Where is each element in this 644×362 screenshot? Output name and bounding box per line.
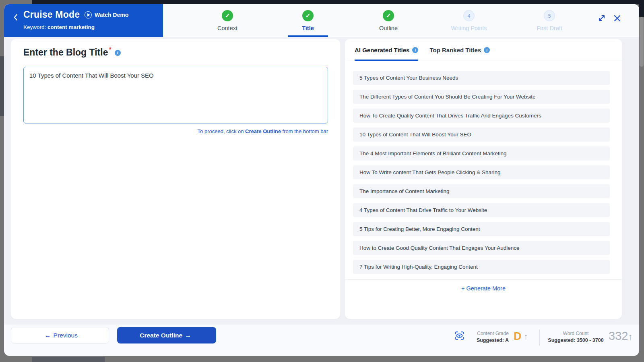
- content-grade-value: D: [514, 330, 522, 343]
- suggested-title-row[interactable]: The Different Types of Content You Shoul…: [353, 90, 610, 104]
- check-icon: ✓: [383, 10, 394, 21]
- bottom-bar: ←Previous Create Outline→ Content Grade …: [4, 325, 639, 356]
- step-label: Title: [302, 25, 314, 31]
- right-arrow-icon: →: [185, 332, 191, 339]
- stepper-step-title[interactable]: ✓ Title: [268, 4, 348, 37]
- word-count-up-arrow-icon: ↑: [628, 331, 633, 342]
- close-icon: [613, 14, 621, 22]
- expand-button[interactable]: [597, 14, 606, 23]
- chevron-left-icon: [13, 14, 18, 21]
- generate-more-button[interactable]: + Generate More: [345, 285, 622, 292]
- step-label: First Draft: [537, 25, 562, 31]
- modal-header: Cruise Mode Watch Demo Keyword: content …: [4, 4, 639, 37]
- content-grade-suggested: Suggested: A: [467, 337, 509, 343]
- previous-button[interactable]: ←Previous: [11, 327, 109, 343]
- required-marker: *: [109, 46, 111, 53]
- suggested-title-row[interactable]: 7 Tips for Writing High-Quality, Engagin…: [353, 260, 610, 274]
- step-label: Outline: [379, 25, 398, 31]
- suggested-title-row[interactable]: 4 Types of Content That Drive Traffic to…: [353, 203, 610, 217]
- dimmed-page-left-edge: [0, 56, 4, 116]
- stepper-step-first-draft[interactable]: 5 First Draft: [509, 4, 590, 37]
- stepper-step-writing-points[interactable]: 4 Writing Points: [429, 4, 509, 37]
- suggested-title-row[interactable]: How to Create Good Quality Content That …: [353, 241, 610, 255]
- left-arrow-icon: ←: [45, 332, 51, 339]
- previous-label: Previous: [54, 332, 78, 339]
- step-label: Writing Points: [451, 25, 487, 31]
- back-button[interactable]: [11, 13, 20, 22]
- grade-up-arrow-icon: ↑: [524, 332, 528, 341]
- list-divider: [345, 279, 622, 280]
- step-number-badge: 5: [544, 10, 555, 21]
- tab-label: Top Ranked Titles: [429, 47, 481, 53]
- header-actions: [597, 14, 621, 23]
- helper-prefix: To proceed, click on: [198, 128, 246, 134]
- close-button[interactable]: [613, 14, 621, 23]
- step-label: Context: [217, 25, 237, 31]
- blog-title-panel: Enter the Blog Title*i 10 Types of Conte…: [11, 39, 340, 319]
- tab-top-ranked-titles[interactable]: Top Ranked Titles i: [429, 39, 490, 61]
- stepper-step-context[interactable]: ✓ Context: [187, 4, 268, 37]
- suggested-title-row[interactable]: The 4 Most Important Elements of Brillia…: [353, 146, 610, 160]
- suggested-title-row[interactable]: 5 Types of Content Your Business Needs: [353, 71, 610, 85]
- keyword-label: Keyword:: [23, 24, 46, 30]
- info-icon[interactable]: i: [115, 50, 121, 56]
- suggested-title-row[interactable]: How To Create Quality Content That Drive…: [353, 109, 610, 123]
- titles-tabs: AI Generated Titles i Top Ranked Titles …: [345, 39, 622, 61]
- dimmed-page-bottom-edge: [32, 357, 105, 362]
- helper-suffix: from the bottom bar: [281, 128, 328, 134]
- step-number-badge: 4: [463, 10, 475, 21]
- page-scrollbar-thumb[interactable]: [640, 17, 644, 67]
- play-icon: [85, 11, 92, 19]
- tab-ai-generated-titles[interactable]: AI Generated Titles i: [355, 39, 418, 61]
- stepper: ✓ Context ✓ Title ✓ Outline 4 Writing Po…: [187, 4, 590, 37]
- cruise-mode-modal: Cruise Mode Watch Demo Keyword: content …: [4, 4, 639, 356]
- check-icon: ✓: [222, 10, 233, 21]
- info-icon[interactable]: i: [484, 47, 490, 53]
- suggested-title-row[interactable]: How To Write content That Gets People Cl…: [353, 165, 610, 179]
- word-count-value: 332↑: [609, 329, 633, 343]
- word-count-block: Word Count Suggested: 3500 - 3700: [547, 331, 605, 343]
- info-icon[interactable]: i: [412, 47, 418, 53]
- content-grade-label: Content Grade: [467, 331, 509, 336]
- eye-scan-icon: [454, 330, 465, 341]
- proceed-helper-text: To proceed, click on Create Outline from…: [23, 128, 328, 134]
- stepper-step-outline[interactable]: ✓ Outline: [348, 4, 429, 37]
- create-outline-button[interactable]: Create Outline→: [117, 327, 216, 343]
- keyword-value: content marketing: [47, 24, 95, 30]
- blog-title-heading-text: Enter the Blog Title: [23, 47, 108, 58]
- blog-title-heading: Enter the Blog Title*i: [23, 46, 121, 58]
- modal-title: Cruise Mode: [23, 9, 80, 20]
- check-icon: ✓: [302, 10, 314, 21]
- word-count-suggested: Suggested: 3500 - 3700: [547, 337, 605, 343]
- footer-divider: [539, 329, 540, 346]
- titles-suggestions-panel: AI Generated Titles i Top Ranked Titles …: [345, 39, 622, 319]
- blog-title-input[interactable]: 10 Types of Content That Will Boost Your…: [23, 67, 328, 123]
- suggested-title-row[interactable]: 5 Tips for Creating Better, More Engagin…: [353, 222, 610, 236]
- helper-bold: Create Outline: [245, 128, 281, 134]
- word-count-number: 332: [609, 329, 628, 342]
- expand-icon: [598, 14, 606, 22]
- watch-demo-label: Watch Demo: [95, 12, 128, 18]
- watch-demo-button[interactable]: Watch Demo: [85, 11, 128, 19]
- cruise-mode-banner: Cruise Mode Watch Demo Keyword: content …: [4, 4, 163, 37]
- create-outline-label: Create Outline: [140, 332, 182, 339]
- word-count-label: Word Count: [547, 331, 605, 336]
- suggested-titles-list: 5 Types of Content Your Business NeedsTh…: [353, 71, 610, 279]
- suggested-title-row[interactable]: The Importance of Content Marketing: [353, 184, 610, 198]
- dimmed-page-right-edge: [639, 0, 644, 17]
- tab-label: AI Generated Titles: [355, 47, 409, 53]
- keyword-line: Keyword: content marketing: [23, 24, 95, 30]
- content-grade-preview-button[interactable]: [454, 330, 465, 343]
- content-grade-block: Content Grade Suggested: A: [467, 331, 509, 343]
- suggested-title-row[interactable]: 10 Types of Content That Will Boost Your…: [353, 128, 610, 142]
